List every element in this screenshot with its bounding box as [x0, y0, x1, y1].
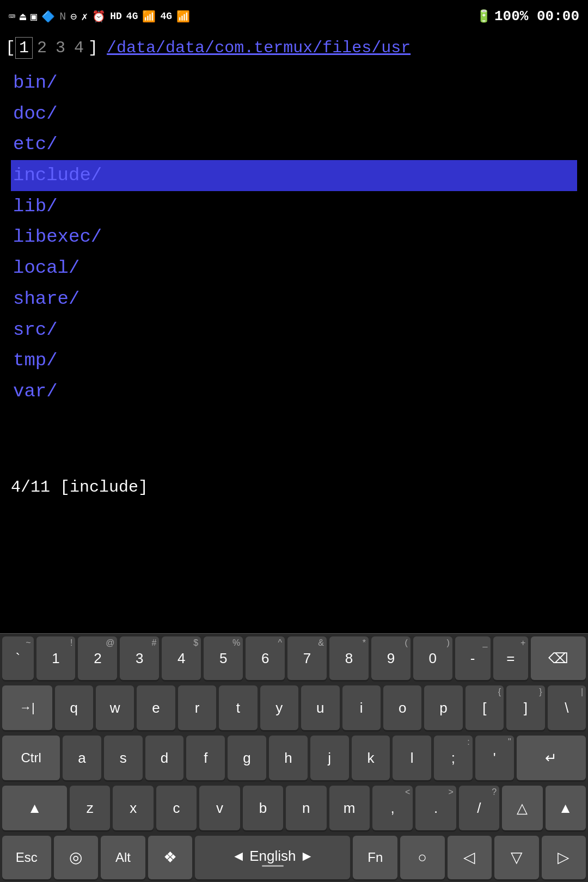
screen-icon: ▣	[30, 10, 37, 23]
key-7[interactable]: & 7	[287, 636, 327, 680]
list-item[interactable]: libexec/	[11, 222, 577, 253]
shift-right-key[interactable]: ▲	[546, 786, 586, 830]
signal2-icon: 📶	[176, 10, 190, 23]
tab-3[interactable]: 3	[51, 38, 70, 58]
key-f[interactable]: f	[186, 736, 225, 780]
key-minus[interactable]: _ -	[455, 636, 491, 680]
key-p[interactable]: p	[424, 685, 462, 730]
key-period[interactable]: > .	[415, 786, 456, 830]
shift-left-key[interactable]: ▲	[2, 786, 67, 830]
tab-bracket-close: ]	[88, 39, 98, 57]
key-c[interactable]: c	[156, 786, 197, 830]
list-item[interactable]: share/	[11, 284, 577, 315]
key-q[interactable]: q	[55, 685, 93, 730]
signal-icon: 📶	[142, 10, 156, 23]
key-x[interactable]: x	[113, 786, 153, 830]
status-bar: ⌨ ⏏ ▣ 🔷 N ⊖ ✗ ⏰ HD 4G 📶 4G 📶 🔋 100% 00:0…	[0, 0, 588, 33]
list-item-selected[interactable]: include/	[11, 160, 577, 191]
key-bracket-left[interactable]: { [	[465, 685, 504, 730]
enter-key[interactable]: ↵	[517, 736, 586, 780]
settings-key[interactable]: ❖	[148, 836, 193, 879]
key-s[interactable]: s	[104, 736, 143, 780]
key-8[interactable]: * 8	[329, 636, 369, 680]
home-key[interactable]: ○	[400, 836, 445, 879]
key-n[interactable]: n	[286, 786, 326, 830]
key-u[interactable]: u	[301, 685, 339, 730]
key-l[interactable]: l	[393, 736, 431, 780]
tab-key[interactable]: →|	[2, 685, 52, 730]
key-triangle[interactable]: △	[502, 786, 542, 830]
camera-icon: ◎	[69, 850, 82, 865]
key-0[interactable]: ) 0	[413, 636, 452, 680]
keyboard-icon: ⌨	[9, 10, 15, 23]
hd-icon: HD	[110, 11, 122, 22]
key-o[interactable]: o	[383, 685, 421, 730]
alt-label: Alt	[115, 851, 131, 864]
key-e[interactable]: e	[137, 685, 175, 730]
key-3[interactable]: # 3	[120, 636, 159, 680]
ctrl-key[interactable]: Ctrl	[2, 736, 60, 780]
current-path[interactable]: /data/data/com.termux/files/usr	[107, 39, 411, 57]
key-2[interactable]: @ 2	[78, 636, 117, 680]
key-4[interactable]: $ 4	[162, 636, 201, 680]
key-a[interactable]: a	[63, 736, 101, 780]
keyboard[interactable]: ~ ` ! 1 @ 2 # 3 $ 4 % 5 ^ 6 & 7	[0, 633, 588, 882]
down-icon: ▽	[511, 850, 523, 865]
battery-percent: 100% 00:00	[494, 8, 579, 24]
list-item[interactable]: bin/	[11, 68, 577, 99]
status-line: 4/11 [include]	[0, 474, 588, 501]
key-tilde[interactable]: ~ `	[2, 636, 34, 680]
list-item[interactable]: etc/	[11, 129, 577, 160]
key-semicolon[interactable]: : ;	[434, 736, 473, 780]
key-quote[interactable]: " '	[475, 736, 514, 780]
key-w[interactable]: w	[96, 685, 134, 730]
fn-key[interactable]: Fn	[353, 836, 397, 879]
fn-label: Fn	[367, 851, 383, 864]
esc-key[interactable]: Esc	[2, 836, 51, 879]
key-backslash[interactable]: | \	[548, 685, 586, 730]
back-key[interactable]: ◁	[448, 836, 492, 879]
key-bracket-right[interactable]: } ]	[506, 685, 544, 730]
status-icons-left: ⌨ ⏏ ▣ 🔷 N ⊖ ✗ ⏰ HD 4G 📶 4G 📶	[9, 10, 190, 23]
bottom-row: Esc ◎ Alt ❖ ◄ English ► Fn ○ ◁ ▽ ▷	[0, 833, 588, 882]
nfc-icon: N	[59, 10, 66, 23]
home-icon: ○	[418, 850, 427, 865]
key-equals[interactable]: + =	[493, 636, 529, 680]
key-b[interactable]: b	[243, 786, 283, 830]
list-item[interactable]: lib/	[11, 191, 577, 222]
key-v[interactable]: v	[199, 786, 240, 830]
key-g[interactable]: g	[228, 736, 266, 780]
list-item[interactable]: src/	[11, 315, 577, 346]
key-h[interactable]: h	[269, 736, 308, 780]
language-switcher[interactable]: ◄ English ►	[195, 836, 350, 879]
key-d[interactable]: d	[145, 736, 184, 780]
key-9[interactable]: ( 9	[371, 636, 411, 680]
key-j[interactable]: j	[310, 736, 349, 780]
camera-key[interactable]: ◎	[54, 836, 99, 879]
key-z[interactable]: z	[70, 786, 110, 830]
backspace-key[interactable]: ⌫	[531, 636, 586, 680]
tab-bar: [ 1 2 3 4 ] /data/data/com.termux/files/…	[0, 33, 588, 59]
list-item[interactable]: var/	[11, 376, 577, 407]
key-5[interactable]: % 5	[204, 636, 243, 680]
key-t[interactable]: t	[219, 685, 257, 730]
key-y[interactable]: y	[260, 685, 298, 730]
forward-key[interactable]: ▷	[542, 836, 586, 879]
list-item[interactable]: local/	[11, 253, 577, 284]
list-item[interactable]: doc/	[11, 99, 577, 130]
alt-key[interactable]: Alt	[101, 836, 145, 879]
file-list: bin/ doc/ etc/ include/ lib/ libexec/ lo…	[0, 59, 588, 416]
key-i[interactable]: i	[342, 685, 381, 730]
list-item[interactable]: tmp/	[11, 345, 577, 376]
down-key[interactable]: ▽	[494, 836, 539, 879]
key-k[interactable]: k	[352, 736, 390, 780]
key-6[interactable]: ^ 6	[246, 636, 285, 680]
key-m[interactable]: m	[329, 786, 370, 830]
key-1[interactable]: ! 1	[36, 636, 76, 680]
tab-1[interactable]: 1	[15, 37, 33, 59]
key-slash[interactable]: ? /	[459, 786, 499, 830]
key-comma[interactable]: < ,	[372, 786, 413, 830]
tab-4[interactable]: 4	[70, 38, 88, 58]
key-r[interactable]: r	[178, 685, 216, 730]
tab-2[interactable]: 2	[33, 38, 51, 58]
